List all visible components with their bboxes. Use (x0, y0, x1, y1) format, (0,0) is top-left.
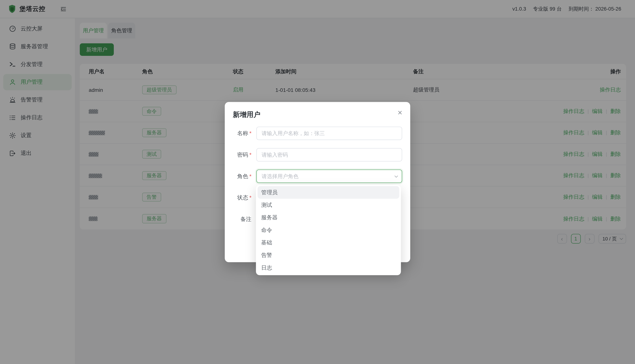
name-label: 名称 (237, 130, 248, 136)
required-asterisk: * (249, 173, 251, 179)
role-option-alert[interactable]: 告警 (257, 249, 399, 262)
required-asterisk: * (249, 194, 251, 200)
remark-label: 备注 (241, 216, 252, 222)
role-select-placeholder: 请选择用户角色 (262, 172, 394, 180)
required-asterisk: * (249, 152, 251, 158)
role-option-admin[interactable]: 管理员 (257, 186, 399, 199)
role-option-basic[interactable]: 基础 (257, 236, 399, 249)
role-option-log[interactable]: 日志 (257, 262, 399, 274)
app-root: 堡塔云控 v1.0.3 专业版 99 台 到期时间： 2026-05-26 云控… (0, 0, 635, 364)
role-select[interactable]: 请选择用户角色 (256, 170, 402, 183)
role-label: 角色 (237, 173, 248, 179)
role-option-server[interactable]: 服务器 (257, 211, 399, 224)
required-asterisk: * (249, 130, 251, 136)
password-label: 密码 (237, 152, 248, 158)
form-row-password: 密码* (233, 144, 402, 166)
close-icon[interactable]: ✕ (398, 110, 403, 116)
password-input[interactable] (256, 148, 402, 162)
role-option-test[interactable]: 测试 (257, 199, 399, 211)
role-option-command[interactable]: 命令 (257, 224, 399, 236)
status-label: 状态 (237, 194, 248, 200)
chevron-down-icon (395, 174, 398, 178)
form-row-name: 名称* (233, 123, 402, 144)
form-row-role: 角色* 请选择用户角色 (233, 166, 402, 187)
role-dropdown: 管理员 测试 服务器 命令 基础 告警 日志 (256, 185, 401, 275)
dialog-title: 新增用户 (233, 110, 402, 119)
name-input[interactable] (256, 127, 402, 140)
